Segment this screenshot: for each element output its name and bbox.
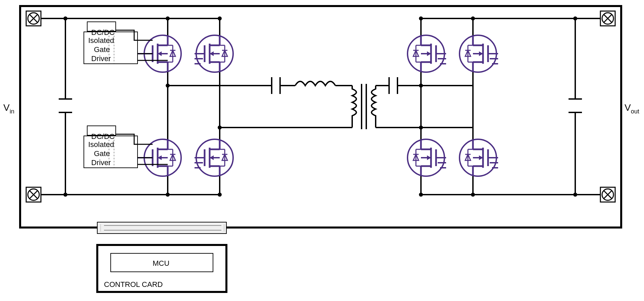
- edge-connector-icon: [97, 222, 226, 234]
- vin-terminal-top: [26, 11, 41, 26]
- svg-text:Driver: Driver: [91, 54, 111, 63]
- control-card-label: CONTROL CARD: [104, 280, 163, 289]
- svg-text:Isolated: Isolated: [88, 140, 114, 149]
- vout-label: Vout: [625, 102, 639, 115]
- node-dot: [471, 193, 475, 197]
- svg-rect-110: [97, 222, 226, 234]
- node-dot: [218, 16, 222, 20]
- node-dot: [166, 16, 170, 20]
- primary-bridge: [134, 18, 233, 195]
- secondary-bridge: [408, 18, 600, 195]
- svg-text:Gate: Gate: [94, 149, 110, 158]
- svg-text:Vout: Vout: [625, 102, 639, 115]
- gate-driver-top: DC/DC Isolated Gate Driver: [84, 22, 168, 64]
- svg-text:Vin: Vin: [3, 102, 14, 115]
- dcdc-label: DC/DC: [91, 28, 115, 37]
- node-dot: [419, 16, 423, 20]
- output-capacitor: [569, 18, 582, 195]
- gate-driver-label: Isolated: [88, 36, 114, 45]
- node-dot: [63, 16, 67, 20]
- control-card: MCU CONTROL CARD: [97, 245, 226, 292]
- node-dot: [471, 16, 475, 20]
- gate-driver-bottom: DC/DC Isolated Gate Driver: [84, 126, 168, 168]
- node-dot: [419, 193, 423, 197]
- node-dot: [63, 193, 67, 197]
- node-dot: [218, 193, 222, 197]
- resonant-tank: [220, 77, 421, 129]
- node-dot: [573, 193, 577, 197]
- secondary-midpoint-wires: [421, 86, 473, 128]
- node-dot: [573, 16, 577, 20]
- vout-terminal-bottom: [600, 187, 615, 202]
- node-dot: [166, 193, 170, 197]
- vin-label: Vin: [3, 102, 14, 115]
- mcu-label: MCU: [153, 259, 169, 267]
- svg-text:DC/DC: DC/DC: [91, 132, 115, 141]
- vin-terminal-bottom: [26, 187, 41, 202]
- svg-text:Driver: Driver: [91, 158, 111, 167]
- vout-terminal-top: [600, 11, 615, 26]
- svg-text:Gate: Gate: [94, 45, 110, 54]
